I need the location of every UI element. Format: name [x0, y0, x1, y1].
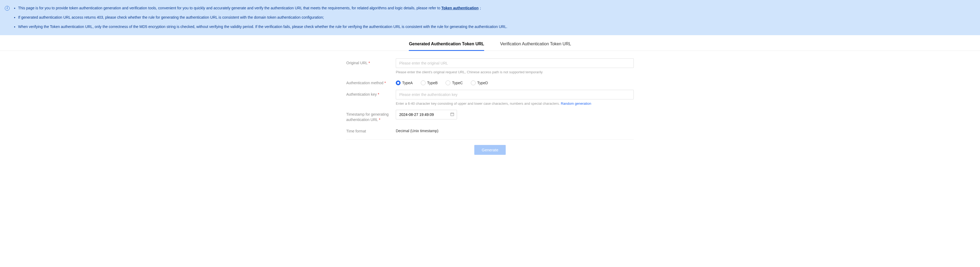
generate-button[interactable]: Generate: [474, 145, 506, 155]
radio-type-a[interactable]: TypeA: [396, 80, 413, 85]
radio-icon: [396, 80, 401, 85]
auth-key-input[interactable]: [396, 90, 634, 99]
original-url-hint: Please enter the client's original reque…: [396, 70, 634, 74]
info-bullet: When verifying the Token authentication …: [18, 24, 975, 30]
hint-text: Enter a 6-40 character key consisting of…: [396, 102, 561, 106]
info-bullet: This page is for you to provide token au…: [18, 5, 975, 11]
radio-type-b[interactable]: TypeB: [421, 80, 438, 85]
info-text: ；: [479, 6, 482, 10]
radio-icon: [471, 80, 476, 85]
radio-icon: [421, 80, 426, 85]
token-auth-link[interactable]: Token authentication: [441, 6, 479, 10]
time-format-value: Decimal (Unix timestamp): [396, 126, 634, 133]
timestamp-input[interactable]: [396, 110, 457, 119]
info-icon: i: [5, 6, 10, 11]
random-generation-link[interactable]: Random generation: [561, 102, 591, 106]
info-bullet: If generated authentication URL access r…: [18, 14, 975, 21]
info-text: This page is for you to provide token au…: [18, 6, 441, 10]
auth-method-radio-group: TypeA TypeB TypeC TypeD: [396, 78, 634, 85]
radio-icon: [445, 80, 450, 85]
time-format-label: Time format: [346, 126, 396, 134]
radio-type-d[interactable]: TypeD: [471, 80, 488, 85]
radio-label: TypeA: [402, 81, 413, 85]
info-banner: i This page is for you to provide token …: [0, 0, 980, 35]
radio-label: TypeC: [452, 81, 463, 85]
radio-type-c[interactable]: TypeC: [445, 80, 463, 85]
tab-verify[interactable]: Verification Authentication Token URL: [500, 38, 571, 51]
radio-label: TypeB: [427, 81, 438, 85]
auth-method-label: Authentication method: [346, 78, 396, 86]
original-url-label: Original URL: [346, 58, 396, 66]
auth-key-label: Authentication key: [346, 90, 396, 97]
timestamp-label: Timestamp for generating authentication …: [346, 110, 396, 122]
auth-key-hint: Enter a 6-40 character key consisting of…: [396, 102, 634, 106]
form-container: Original URL Please enter the client's o…: [341, 56, 639, 160]
radio-label: TypeD: [477, 81, 488, 85]
tab-generate[interactable]: Generated Authentication Token URL: [409, 38, 484, 51]
original-url-input[interactable]: [396, 58, 634, 68]
tabs-bar: Generated Authentication Token URL Verif…: [0, 38, 980, 51]
divider: [346, 139, 634, 140]
